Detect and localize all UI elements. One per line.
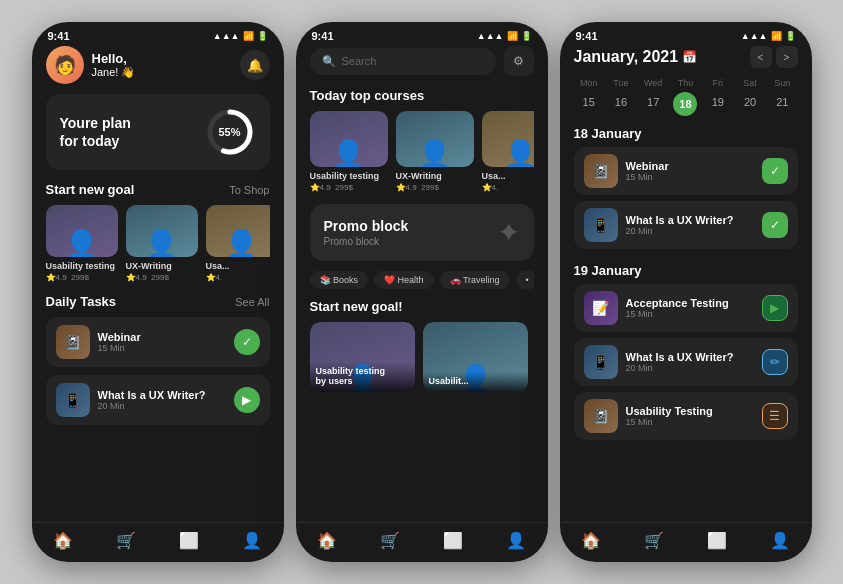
course-name-2: UX-Writing — [126, 261, 198, 271]
promo-block: Promo block Promo block ✦ — [310, 204, 534, 261]
progress-circle: 55% — [204, 106, 256, 158]
day-header-sat: Sat — [735, 76, 765, 90]
event-check-button-webinar[interactable]: ✓ — [762, 158, 788, 184]
event-thumb-ux-18: 📱 — [584, 208, 618, 242]
cal-day-15[interactable]: 15 — [574, 92, 604, 116]
event-webinar[interactable]: 📓 Webinar 15 Min ✓ — [574, 147, 798, 195]
see-all-link[interactable]: See All — [235, 296, 269, 308]
nav-home-3[interactable]: 🏠 — [581, 531, 601, 550]
nav-shop-1[interactable]: 🛒 — [116, 531, 136, 550]
top-course-thumb-2 — [396, 111, 474, 167]
top-course-name-2: UX-Writing — [396, 171, 474, 181]
top-course-3[interactable]: Usa... ⭐4. — [482, 111, 534, 192]
goal-thumb-1: Usability testingby users — [310, 322, 415, 392]
event-ux-writer-19[interactable]: 📱 What Is a UX Writer? 20 Min ✏ — [574, 338, 798, 386]
phone2-content: 🔍 Search ⚙ Today top courses Usability t… — [296, 46, 548, 522]
event-usability[interactable]: 📓 Usability Testing 15 Min ☰ — [574, 392, 798, 440]
event-info-usability: Usability Testing 15 Min — [626, 405, 754, 427]
event-check-button-ux-18[interactable]: ✓ — [762, 212, 788, 238]
course-thumb-1 — [46, 205, 118, 257]
top-courses-row: Usability testing ⭐4.9 299$ UX-Writing ⭐… — [310, 111, 534, 192]
task-play-button-2[interactable]: ▶ — [234, 387, 260, 413]
event-dur-webinar: 15 Min — [626, 172, 754, 182]
cal-day-21[interactable]: 21 — [767, 92, 797, 116]
day-header-mon: Mon — [574, 76, 604, 90]
phone1-content: 🧑 Hello, Jane! 👋 🔔 Youre planfor today 5… — [32, 46, 284, 522]
task-name-1: Webinar — [98, 331, 226, 343]
event-thumb-usability: 📓 — [584, 399, 618, 433]
event-play-button-acceptance[interactable]: ▶ — [762, 295, 788, 321]
task-info-2: What Is a UX Writer? 20 Min — [98, 389, 226, 411]
filter-button[interactable]: ⚙ — [504, 46, 534, 76]
nav-profile-1[interactable]: 👤 — [242, 531, 262, 550]
top-course-img-2 — [396, 111, 474, 167]
event-info-acceptance: Acceptance Testing 15 Min — [626, 297, 754, 319]
tag-health[interactable]: ❤️ Health — [374, 271, 434, 289]
to-shop-link[interactable]: To Shop — [229, 184, 269, 196]
goal-card-2[interactable]: Usabilit... — [423, 322, 528, 396]
status-bar-2: 9:41 ▲▲▲ 📶 🔋 — [296, 22, 548, 46]
course-card-3[interactable]: Usa... ⭐4. — [206, 205, 270, 282]
goal-card-1[interactable]: Usability testingby users — [310, 322, 415, 396]
course-card-2[interactable]: UX-Writing ⭐4.9 299$ — [126, 205, 198, 282]
top-course-thumb-1 — [310, 111, 388, 167]
top-course-1[interactable]: Usability testing ⭐4.9 299$ — [310, 111, 388, 192]
course-image-1 — [46, 205, 118, 257]
greeting-text: Hello, — [92, 51, 136, 66]
tag-traveling[interactable]: 🚗 Traveling — [440, 271, 510, 289]
task-duration-1: 15 Min — [98, 343, 226, 353]
tag-more[interactable]: • — [516, 271, 534, 289]
course-image-3 — [206, 205, 270, 257]
cal-day-17[interactable]: 17 — [638, 92, 668, 116]
status-time-3: 9:41 — [576, 30, 598, 42]
event-name-ux-19: What Is a UX Writer? — [626, 351, 754, 363]
tag-books[interactable]: 📚 Books — [310, 271, 369, 289]
search-bar-container: 🔍 Search ⚙ — [310, 46, 534, 76]
task-item-2[interactable]: 📱 What Is a UX Writer? 20 Min ▶ — [46, 375, 270, 425]
notification-button[interactable]: 🔔 — [240, 50, 270, 80]
event-list-button-usability[interactable]: ☰ — [762, 403, 788, 429]
search-icon: 🔍 — [322, 55, 336, 68]
user-name: Jane! 👋 — [92, 66, 136, 79]
status-bar-1: 9:41 ▲▲▲ 📶 🔋 — [32, 22, 284, 46]
nav-shop-3[interactable]: 🛒 — [644, 531, 664, 550]
cal-day-16[interactable]: 16 — [606, 92, 636, 116]
task-done-button-1[interactable]: ✓ — [234, 329, 260, 355]
task-item-1[interactable]: 📓 Webinar 15 Min ✓ — [46, 317, 270, 367]
promo-decoration: ✦ — [497, 216, 520, 249]
nav-home-1[interactable]: 🏠 — [53, 531, 73, 550]
section-18-jan: 18 January 📓 Webinar 15 Min ✓ 📱 What Is … — [574, 126, 798, 255]
course-card-1[interactable]: Usability testing ⭐4.9 299$ — [46, 205, 118, 282]
bottom-nav-3: 🏠 🛒 ⬜ 👤 — [560, 522, 812, 562]
prev-month-button[interactable]: < — [750, 46, 772, 68]
nav-courses-1[interactable]: ⬜ — [179, 531, 199, 550]
event-acceptance[interactable]: 📝 Acceptance Testing 15 Min ▶ — [574, 284, 798, 332]
status-icons-3: ▲▲▲ 📶 🔋 — [741, 31, 796, 41]
cal-day-18-today[interactable]: 18 — [673, 92, 697, 116]
cal-day-19[interactable]: 19 — [703, 92, 733, 116]
calendar-header: January, 2021 📅 < > — [574, 46, 798, 68]
calendar-nav: < > — [750, 46, 798, 68]
nav-shop-2[interactable]: 🛒 — [380, 531, 400, 550]
event-ux-writer-18[interactable]: 📱 What Is a UX Writer? 20 Min ✓ — [574, 201, 798, 249]
goal-label-2: Usabilit... — [423, 372, 528, 392]
month-year: January, 2021 — [574, 48, 679, 66]
top-course-2[interactable]: UX-Writing ⭐4.9 299$ — [396, 111, 474, 192]
new-goal2-header: Start new goal! — [310, 299, 534, 314]
nav-courses-3[interactable]: ⬜ — [707, 531, 727, 550]
task-thumb-2: 📱 — [56, 383, 90, 417]
next-month-button[interactable]: > — [776, 46, 798, 68]
nav-profile-2[interactable]: 👤 — [506, 531, 526, 550]
nav-courses-2[interactable]: ⬜ — [443, 531, 463, 550]
promo-content: Promo block Promo block — [324, 218, 409, 247]
top-courses-header: Today top courses — [310, 88, 534, 103]
nav-profile-3[interactable]: 👤 — [770, 531, 790, 550]
wifi-icon-3: 📶 — [771, 31, 782, 41]
search-bar[interactable]: 🔍 Search — [310, 48, 496, 75]
signal-icon-3: ▲▲▲ — [741, 31, 768, 41]
top-course-img-1 — [310, 111, 388, 167]
nav-home-2[interactable]: 🏠 — [317, 531, 337, 550]
event-edit-button-ux-19[interactable]: ✏ — [762, 349, 788, 375]
wifi-icon-2: 📶 — [507, 31, 518, 41]
cal-day-20[interactable]: 20 — [735, 92, 765, 116]
